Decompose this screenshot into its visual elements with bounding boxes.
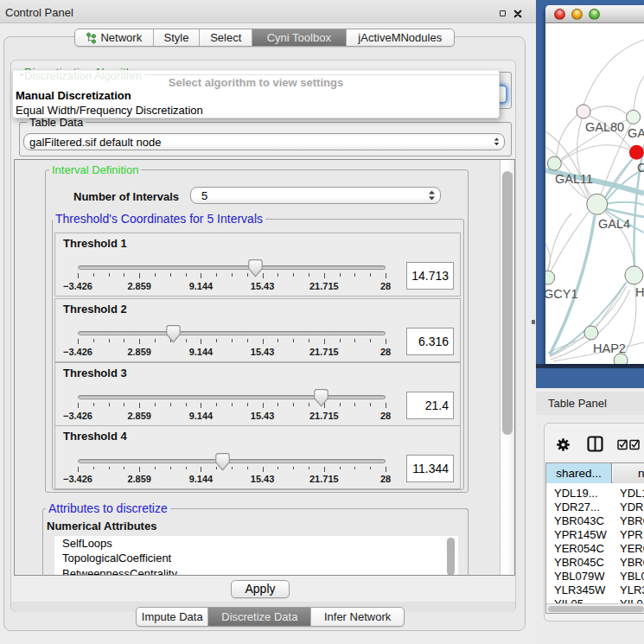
svg-text:GAL80: GAL80 [585,120,624,134]
svg-text:GAL4: GAL4 [598,217,630,231]
svg-text:HAP2: HAP2 [593,341,626,355]
svg-text:C: C [637,161,644,175]
svg-text:GA: GA [628,126,644,140]
svg-text:H: H [635,285,644,299]
svg-text:GAL11: GAL11 [555,172,593,186]
svg-text:GCY1: GCY1 [545,287,578,301]
